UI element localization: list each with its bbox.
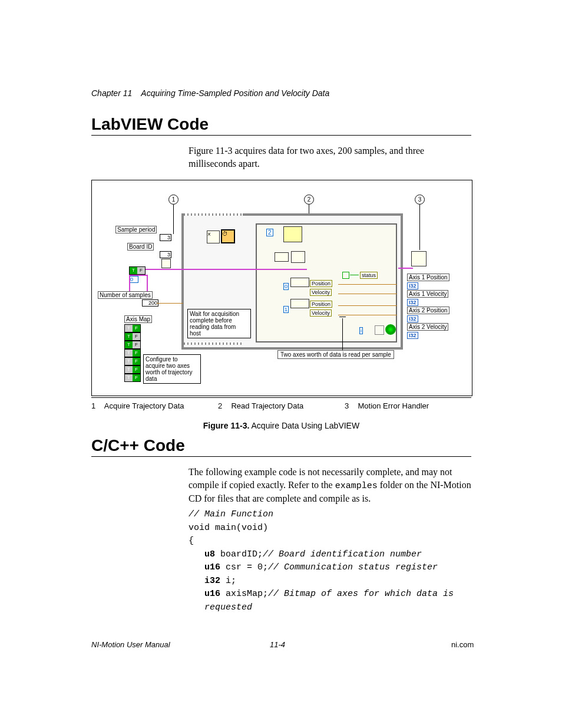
velocity-1: Velocity [310,289,332,296]
kw: i32 [204,576,220,586]
axis1-position-label: Axis 1 Position [407,274,449,281]
shift-reg [375,325,384,335]
rule [91,135,471,136]
legend-n2: 2 [218,401,222,410]
wire [338,315,397,315]
code: i; [220,576,236,586]
num-samples-val: 200 [142,299,158,307]
i32-indicator: I32 [407,332,418,339]
code: axisMap; [220,589,268,599]
tf: TF [124,349,141,357]
velocity-2: Velocity [310,309,332,317]
i32-indicator: I32 [407,282,418,289]
idx-2: 2 [266,229,273,236]
sample-period-val: 3 [160,234,171,241]
sample-period-label: Sample period [115,226,157,233]
callout-3: 3 [415,195,425,205]
note-config: Configure to acquire two axes worth of t… [143,354,201,384]
figure-legend: 1 Acquire Trajectory Data 2 Read Traject… [91,397,471,410]
chapter-num: Chapter 11 [91,88,132,98]
code-line: void main(void) [189,523,268,533]
wire [157,303,183,304]
error-handler-vi [411,251,427,266]
error-wire [139,269,307,270]
comment: // Main Function [189,509,273,519]
vi-icon [291,251,305,263]
chapter-title: Acquiring Time-Sampled Position and Velo… [141,88,329,98]
comment: // Board identification number [263,549,422,559]
legend-l3: Motion Error Handler [358,401,429,410]
note-line [339,317,346,317]
labview-intro: Figure 11-3 acquires data for two axes, … [189,144,471,170]
footer-center: 11-4 [270,640,285,649]
position-2: Position [310,301,332,308]
tf: TF [124,341,141,349]
loop-tunnel [184,213,243,216]
code: csr = 0; [220,562,268,572]
code-block: // Main Function void main(void) { u8 bo… [189,508,459,614]
legend-l2: Read Trajectory Data [231,401,303,410]
legend-n3: 3 [345,401,349,410]
idx0: 0 [283,283,289,290]
comment: requested [204,602,252,612]
status-label: status [360,272,378,279]
intro-code: examples [335,481,378,491]
kw: u16 [204,589,220,599]
idx1: 1 [283,306,289,313]
code: boardID; [215,549,263,559]
kw: u16 [204,562,220,572]
footer-right: ni.com [451,640,474,649]
figure-caption: Figure 11-3. Acquire Data Using LabVIEW [91,421,471,430]
wire-green [350,275,359,275]
index-array-vi [290,278,309,287]
read-vi [283,226,302,242]
comment: // Communication status register [268,562,438,572]
i32-indicator: I32 [407,315,418,322]
figcap-bold: Figure 11-3. [203,421,250,430]
wire [338,294,397,294]
callout-line [419,205,420,250]
wire [338,284,397,285]
footer-left: NI-Motion User Manual [91,640,170,649]
board-id-label: Board ID [127,243,154,251]
tf: TF [124,357,141,365]
vi-icon [161,259,171,268]
axis2-velocity-label: Axis 2 Velocity [407,323,448,331]
note-line [342,318,343,350]
multiply-vi: × [207,230,220,243]
heading-labview: LabVIEW Code [91,115,209,134]
stop-terminal [385,324,396,335]
tf: TF [124,332,141,341]
ccpp-intro: The following example code is not necess… [189,466,471,505]
figcap-text: Acquire Data Using LabVIEW [249,421,359,430]
legend-n1: 1 [91,401,95,410]
callout-1: 1 [168,195,178,205]
axis-map-label: Axis Map [124,315,152,323]
index-array-vi [290,299,309,308]
code-line: { [189,536,194,546]
rule [91,456,471,457]
callout-line [173,205,174,234]
wire [338,305,397,306]
num-samples-label: Number of samples [98,291,153,299]
i-terminal: i [359,327,363,334]
heading-ccpp: C/C++ Code [91,436,185,455]
board-id-val: 3 [160,251,171,258]
labview-diagram: 1 2 3 Sample period 3 Board ID 3 × ⏱ 2 T… [92,180,472,396]
i32-indicator: I32 [407,299,418,306]
note-wait: Wait for acquisition complete before rea… [187,309,251,338]
tf: TF [124,365,141,374]
figure-box: 1 2 3 Sample period 3 Board ID 3 × ⏱ 2 T… [91,180,472,396]
loop-tunnel [184,342,243,345]
axis2-position-label: Axis 2 Position [407,307,449,314]
axis1-velocity-label: Axis 1 Velocity [407,290,448,298]
comment: // Bitmap of axes for which data is [268,589,459,599]
legend-l1: Acquire Trajectory Data [104,401,184,410]
tf-cluster: TF [129,266,146,275]
position-1: Position [310,280,332,287]
error-wire [398,268,413,269]
kw: u8 [204,549,215,559]
page-header: Chapter 11 Acquiring Time-Sampled Positi… [91,88,329,98]
tf: TF [124,324,141,332]
unbundle-vi [275,252,289,262]
